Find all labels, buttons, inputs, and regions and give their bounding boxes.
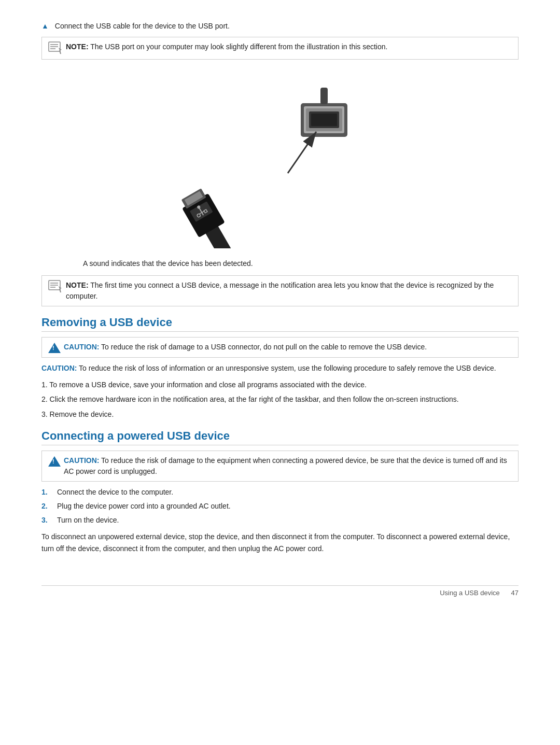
footer: Using a USB device 47 — [41, 585, 519, 597]
note-2-text: NOTE: The first time you connect a USB d… — [66, 280, 512, 302]
section1-step1: 1. To remove a USB device, save your inf… — [41, 379, 519, 390]
caution-box-3: CAUTION: To reduce the risk of damage to… — [41, 451, 519, 482]
svg-rect-19 — [311, 114, 337, 126]
section1-heading: Removing a USB device — [41, 316, 519, 332]
section2-heading: Connecting a powered USB device — [41, 429, 519, 445]
section2-step-2: 2. Plug the device power cord into a gro… — [41, 501, 519, 512]
caution-1-content: To reduce the risk of damage to a USB co… — [101, 343, 427, 351]
note-box-1: NOTE: The USB port on your computer may … — [41, 37, 519, 60]
warning-triangle-icon-3 — [48, 456, 61, 467]
sound-text: A sound indicates that the device has be… — [83, 258, 519, 269]
warning-triangle-icon-1 — [48, 343, 61, 353]
section1-step3: 3. Remove the device. — [41, 409, 519, 420]
bullet-connect-usb: ▲ Connect the USB cable for the device t… — [41, 21, 519, 32]
step-num-3: 3. — [41, 515, 57, 526]
section1-step2: 2. Click the remove hardware icon in the… — [41, 393, 519, 405]
section2-step-1: 1. Connect the device to the computer. — [41, 487, 519, 498]
step-text-1: Connect the device to the computer. — [57, 487, 519, 498]
caution-3-text: CAUTION: To reduce the risk of damage to… — [64, 455, 512, 477]
section2-closing: To disconnect an unpowered external devi… — [41, 531, 519, 554]
caution-2-content: To reduce the risk of loss of informatio… — [79, 364, 496, 372]
section2-step-3: 3. Turn on the device. — [41, 515, 519, 526]
step-text-3: Turn on the device. — [57, 515, 519, 526]
svg-rect-20 — [320, 88, 328, 104]
note-icon-1 — [48, 41, 63, 55]
step-num-1: 1. — [41, 487, 57, 498]
step-text-2: Plug the device power cord into a ground… — [57, 501, 519, 512]
step-num-2: 2. — [41, 501, 57, 512]
caution-box-1: CAUTION: To reduce the risk of damage to… — [41, 337, 519, 358]
section2-steps: 1. Connect the device to the computer. 2… — [41, 487, 519, 526]
footer-right: 47 — [511, 589, 519, 597]
caution-3-label: CAUTION: — [64, 456, 99, 465]
note-1-content: The USB port on your computer may look s… — [90, 43, 387, 51]
usb-diagram — [156, 72, 404, 248]
note-2-content: The first time you connect a USB device,… — [66, 281, 494, 300]
note-icon-2 — [48, 280, 63, 293]
usb-image-area — [41, 72, 519, 250]
bullet-triangle-icon: ▲ — [41, 22, 49, 30]
caution-1-label: CAUTION: — [64, 343, 99, 351]
bullet-connect-text: Connect the USB cable for the device to … — [55, 21, 519, 32]
svg-line-21 — [288, 132, 316, 173]
caution-inline-2: CAUTION: To reduce the risk of loss of i… — [41, 363, 519, 374]
caution-2-text: CAUTION: To reduce the risk of loss of i… — [41, 363, 519, 374]
caution-3-content: To reduce the risk of damage to the equi… — [64, 456, 507, 475]
caution-1-text: CAUTION: To reduce the risk of damage to… — [64, 342, 512, 353]
note-1-label: NOTE: — [66, 43, 89, 51]
note-1-text: NOTE: The USB port on your computer may … — [66, 41, 512, 52]
caution-2-label: CAUTION: — [41, 364, 77, 372]
footer-left: Using a USB device — [440, 589, 500, 597]
note-2-label: NOTE: — [66, 281, 89, 289]
note-box-2: NOTE: The first time you connect a USB d… — [41, 275, 519, 306]
